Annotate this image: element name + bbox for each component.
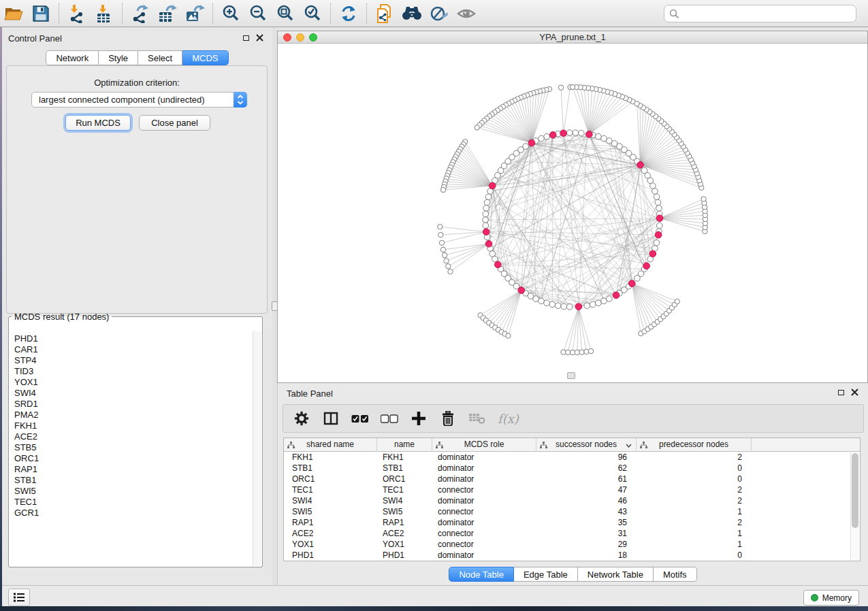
- close-panel-icon[interactable]: [256, 34, 263, 42]
- graph-satellite-node[interactable]: [570, 350, 575, 354]
- duplicate-network-icon[interactable]: [373, 3, 396, 24]
- graph-mcds-hub-node[interactable]: [629, 280, 636, 287]
- tab-network[interactable]: Network: [46, 50, 99, 65]
- mcds-result-item[interactable]: SWI5: [14, 486, 253, 497]
- graph-satellite-node[interactable]: [675, 299, 679, 303]
- graph-node[interactable]: [555, 303, 561, 309]
- find-binoculars-icon[interactable]: [400, 3, 423, 24]
- tab-motifs[interactable]: Motifs: [654, 567, 697, 582]
- float-panel-icon[interactable]: [243, 35, 249, 41]
- float-panel-icon[interactable]: [838, 390, 844, 395]
- graph-satellite-node[interactable]: [446, 264, 451, 269]
- column-header-shared-name[interactable]: shared name: [284, 438, 377, 452]
- graph-node[interactable]: [596, 300, 602, 306]
- network-title-bar[interactable]: YPA_prune.txt_1: [278, 31, 867, 44]
- tab-node-table[interactable]: Node Table: [449, 567, 514, 582]
- graph-node[interactable]: [607, 296, 613, 302]
- run-mcds-button[interactable]: Run MCDS: [65, 115, 131, 131]
- graph-satellite-node[interactable]: [701, 197, 706, 201]
- graph-node[interactable]: [641, 167, 647, 174]
- graph-node[interactable]: [656, 205, 662, 212]
- zoom-fit-icon[interactable]: [274, 3, 297, 24]
- graph-satellite-node[interactable]: [575, 350, 579, 354]
- mcds-result-list[interactable]: PHD1CAR1STP4TID3YOX1SWI4SRD1PMA2FKH1ACE2…: [10, 331, 253, 566]
- graph-mcds-hub-node[interactable]: [586, 131, 593, 138]
- graph-satellite-node[interactable]: [588, 348, 593, 353]
- graph-mcds-hub-node[interactable]: [649, 250, 656, 257]
- graph-mcds-hub-node[interactable]: [483, 229, 489, 235]
- graph-node[interactable]: [485, 194, 492, 200]
- mcds-result-item[interactable]: PHD1: [14, 333, 253, 344]
- table-row[interactable]: YOX1YOX1connector291: [284, 539, 860, 550]
- export-table-icon[interactable]: [156, 3, 179, 24]
- graph-mcds-hub-node[interactable]: [485, 241, 492, 248]
- tab-network-table[interactable]: Network Table: [578, 567, 654, 582]
- graph-node[interactable]: [549, 301, 556, 308]
- graph-mcds-hub-node[interactable]: [643, 263, 650, 269]
- graph-node[interactable]: [539, 298, 545, 304]
- table-scrollbar[interactable]: [850, 452, 859, 560]
- save-session-icon[interactable]: [29, 3, 52, 24]
- graph-node[interactable]: [601, 298, 607, 304]
- graph-node[interactable]: [656, 222, 662, 229]
- horizontal-splitter-grip[interactable]: [567, 372, 575, 379]
- graph-node[interactable]: [654, 194, 660, 200]
- delete-column-trash-icon[interactable]: [439, 410, 457, 427]
- column-header-name[interactable]: name: [377, 438, 432, 452]
- mcds-result-item[interactable]: STB5: [14, 442, 253, 453]
- column-header-MCDS-role[interactable]: MCDS role: [432, 438, 536, 452]
- graph-node[interactable]: [607, 138, 613, 144]
- task-history-button[interactable]: [8, 589, 30, 606]
- graph-node[interactable]: [492, 256, 498, 262]
- close-panel-icon[interactable]: [851, 389, 858, 396]
- graph-satellite-node[interactable]: [570, 84, 575, 89]
- graph-mcds-hub-node[interactable]: [549, 132, 556, 139]
- table-row[interactable]: SWI4SWI4dominator462: [284, 495, 860, 506]
- select-all-columns-icon[interactable]: [351, 410, 369, 427]
- mcds-result-item[interactable]: SRD1: [14, 399, 253, 410]
- table-row[interactable]: PHD1PHD1dominator180: [284, 550, 860, 561]
- graphics-details-icon[interactable]: [428, 3, 451, 24]
- import-table-icon[interactable]: [93, 3, 116, 24]
- import-network-icon[interactable]: [65, 3, 89, 24]
- mcds-result-item[interactable]: SWI4: [14, 388, 253, 399]
- open-file-icon[interactable]: [2, 3, 25, 24]
- graph-satellite-node[interactable]: [566, 350, 570, 354]
- graph-satellite-node[interactable]: [558, 85, 563, 90]
- table-row[interactable]: ACE2ACE2connector311: [284, 528, 860, 539]
- graph-satellite-node[interactable]: [438, 225, 443, 229]
- create-column-plus-icon[interactable]: [410, 410, 428, 427]
- graph-satellite-node[interactable]: [506, 333, 511, 338]
- graph-node[interactable]: [566, 304, 573, 310]
- deselect-all-columns-icon[interactable]: [381, 410, 398, 427]
- graph-mcds-hub-node[interactable]: [613, 292, 620, 299]
- graph-node[interactable]: [596, 133, 602, 139]
- graph-mcds-hub-node[interactable]: [518, 287, 525, 294]
- graph-mcds-hub-node[interactable]: [637, 162, 644, 169]
- graph-node[interactable]: [544, 133, 550, 139]
- graph-node[interactable]: [561, 303, 567, 310]
- mcds-result-item[interactable]: RAP1: [14, 464, 253, 475]
- graph-satellite-node[interactable]: [475, 125, 479, 130]
- zoom-out-icon[interactable]: [246, 3, 270, 24]
- mcds-result-item[interactable]: TEC1: [14, 497, 253, 508]
- show-columns-icon[interactable]: [322, 410, 340, 427]
- table-row[interactable]: RAP1RAP1dominator352: [284, 517, 860, 528]
- graph-node[interactable]: [483, 205, 489, 212]
- table-settings-gear-icon[interactable]: [293, 410, 310, 427]
- table-row[interactable]: SWI5SWI5connector431: [284, 506, 860, 517]
- graph-mcds-hub-node[interactable]: [489, 182, 496, 189]
- tab-select[interactable]: Select: [138, 50, 182, 65]
- mcds-result-item[interactable]: ORC1: [14, 453, 253, 464]
- zoom-selected-icon[interactable]: [301, 3, 324, 24]
- graph-mcds-hub-node[interactable]: [528, 139, 535, 146]
- graph-node[interactable]: [590, 301, 596, 308]
- graph-mcds-hub-node[interactable]: [495, 261, 502, 268]
- graph-node[interactable]: [566, 130, 573, 136]
- tab-mcds[interactable]: MCDS: [182, 50, 228, 65]
- table-scrollbar-thumb[interactable]: [852, 453, 858, 528]
- graph-node[interactable]: [654, 240, 660, 246]
- graph-satellite-node[interactable]: [561, 350, 566, 354]
- tab-edge-table[interactable]: Edge Table: [514, 567, 578, 582]
- graph-node[interactable]: [573, 130, 579, 136]
